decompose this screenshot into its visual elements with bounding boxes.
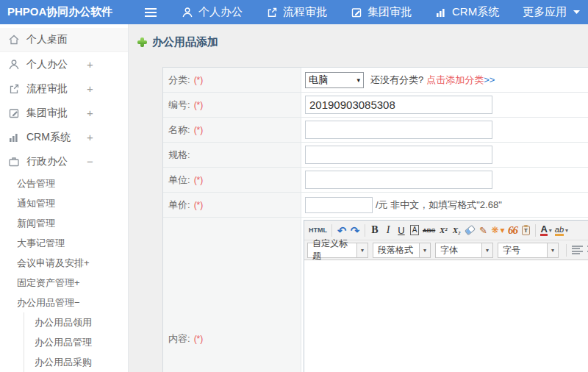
dropdown-caret-icon: ▾ <box>500 225 504 235</box>
sidebar-item-admin-office[interactable]: 行政办公 − <box>0 149 128 174</box>
highlight-color-icon[interactable]: ab▾ <box>553 223 570 237</box>
spec-input[interactable] <box>305 146 492 164</box>
select-caret-icon: ▾ <box>547 243 558 257</box>
sidebar-item-personal-desktop[interactable]: 个人桌面 <box>0 28 128 52</box>
sidebar-item-label: 公告管理 <box>17 177 55 190</box>
sidebar-item-meeting-request[interactable]: 会议申请及安排+ <box>0 253 128 273</box>
sidebar-item-label: 办公用品管理 <box>35 336 92 349</box>
select-caret-icon: ▾ <box>481 243 492 257</box>
add-icon <box>137 37 147 47</box>
dropdown-caret-icon: ▾ <box>549 227 552 234</box>
sidebar-item-label: CRM系统 <box>26 131 71 144</box>
sidebar-item-label: 办公用品采购 <box>35 356 92 369</box>
format-painter-icon[interactable]: ❋▾ <box>490 223 506 237</box>
bar-chart-icon <box>435 7 447 18</box>
blockquote-icon[interactable]: 66 <box>506 223 519 237</box>
sidebar-item-announcement-mgmt[interactable]: 公告管理 <box>0 174 128 193</box>
page-title: 办公用品添加 <box>137 35 588 49</box>
required-marker: (*) <box>194 100 204 110</box>
form-row-price: 单价: (*) /元 非中文，如填写格式"2.68" <box>163 193 588 218</box>
sidebar-item-group-approval[interactable]: 集团审批 + <box>0 101 128 125</box>
price-label: 单价: (*) <box>163 193 301 217</box>
name-label: 名称: (*) <box>163 118 301 142</box>
sidebar-item-memorabilia-mgmt[interactable]: 大事记管理 <box>0 233 128 253</box>
bold-icon[interactable]: B <box>368 223 381 237</box>
select-caret-icon: ▾ <box>356 76 360 84</box>
paragraph-format-select[interactable]: 段落格式 ▾ <box>373 243 431 258</box>
expand-icon: + <box>74 277 80 288</box>
edit-icon <box>8 107 20 119</box>
redo-icon[interactable]: ↷ <box>348 223 362 237</box>
bar-chart-icon <box>8 132 20 143</box>
font-size-select[interactable]: 字号 ▾ <box>498 243 559 258</box>
add-category-link[interactable]: 点击添加分类>> <box>426 74 495 87</box>
expand-icon: + <box>87 82 93 95</box>
name-input[interactable] <box>305 121 492 139</box>
category-select[interactable]: 电脑 ▾ <box>305 72 364 88</box>
sidebar-item-supplies-purchase[interactable]: 办公用品采购 <box>24 352 128 372</box>
nav-group-approval[interactable]: 集团审批 <box>351 5 412 19</box>
menu-toggle-icon[interactable] <box>145 8 158 17</box>
editor-content-area[interactable] <box>304 260 588 372</box>
undo-icon[interactable]: ↶ <box>335 223 348 237</box>
nav-crm[interactable]: CRM系统 <box>435 5 499 19</box>
sidebar-item-office-supplies-mgmt[interactable]: 办公用品管理 − <box>0 293 128 312</box>
no-category-hint: 还没有分类? <box>370 74 423 87</box>
sidebar-item-supplies-manage[interactable]: 办公用品管理 <box>24 332 128 352</box>
form-row-unit: 单位: (*) <box>163 168 588 193</box>
flow-export-icon <box>266 7 278 18</box>
sidebar-item-workflow-approval[interactable]: 流程审批 + <box>0 76 128 101</box>
nav-label: 更多应用 <box>523 5 567 19</box>
link-arrows: >> <box>484 74 495 85</box>
sidebar-item-label: 流程审批 <box>26 82 68 96</box>
sidebar-item-label: 集团审批 <box>26 107 68 120</box>
italic-icon[interactable]: I <box>381 223 395 237</box>
subscript-icon[interactable]: X₂ <box>450 223 463 237</box>
underline-icon[interactable]: U <box>395 223 408 237</box>
office-supplies-submenu: 办公用品领用 办公用品管理 办公用品采购 <box>24 312 128 372</box>
collapse-icon: − <box>87 155 93 168</box>
price-input[interactable] <box>305 197 373 213</box>
sidebar-item-label: 个人桌面 <box>26 33 68 46</box>
strikethrough-icon[interactable]: ABC <box>421 223 437 237</box>
sidebar-item-notice-mgmt[interactable]: 通知管理 <box>0 193 128 213</box>
code-input[interactable] <box>305 96 492 114</box>
sidebar-item-label: 个人办公 <box>26 58 68 71</box>
sidebar-item-fixed-assets-mgmt[interactable]: 固定资产管理 + <box>0 273 128 293</box>
top-navigation: 个人办公 流程审批 集团审批 CRM系统 更多应用 <box>158 5 585 19</box>
nav-personal-office[interactable]: 个人办公 <box>182 5 243 19</box>
main-content: 办公用品添加 分类: (*) 电脑 ▾ 还没有分类? 点击添加 <box>129 24 588 372</box>
font-style-icon[interactable]: A <box>408 223 421 237</box>
sidebar-item-crm[interactable]: CRM系统 + <box>0 125 128 149</box>
unit-input[interactable] <box>305 171 492 189</box>
clean-format-icon[interactable]: ✎ <box>476 223 490 237</box>
user-icon <box>8 59 20 71</box>
paste-text-icon[interactable]: T <box>519 223 532 237</box>
sidebar-item-label: 固定资产管理 <box>17 276 74 290</box>
nav-label: 集团审批 <box>368 5 412 19</box>
sidebar-item-personal-office[interactable]: 个人办公 + <box>0 52 128 76</box>
category-label: 分类: (*) <box>163 68 301 92</box>
nav-more-apps[interactable]: 更多应用 <box>523 5 585 19</box>
eraser-icon[interactable] <box>463 223 476 237</box>
sidebar-item-label: 行政办公 <box>26 155 68 168</box>
nav-workflow-approval[interactable]: 流程审批 <box>266 5 327 19</box>
sidebar-item-label: 办公用品领用 <box>35 316 92 329</box>
sidebar-item-news-mgmt[interactable]: 新闻管理 <box>0 213 128 233</box>
font-family-select[interactable]: 字体 ▾ <box>435 243 493 258</box>
sidebar-item-supplies-receive[interactable]: 办公用品领用 <box>24 312 128 332</box>
flow-export-icon <box>8 83 20 95</box>
source-code-button[interactable]: HTML <box>307 223 329 237</box>
top-bar: PHPOA协同办公软件 个人办公 流程审批 集团审批 <box>0 0 588 24</box>
select-caret-icon: ▾ <box>419 243 430 257</box>
superscript-icon[interactable]: X² <box>437 223 450 237</box>
category-selected-value: 电脑 <box>309 74 328 87</box>
font-color-icon[interactable]: A▾ <box>539 223 553 237</box>
expand-icon: + <box>87 107 93 119</box>
sidebar-item-label: 通知管理 <box>17 197 55 210</box>
dropdown-caret-icon: ▾ <box>565 227 568 234</box>
required-marker: (*) <box>194 175 204 185</box>
align-left-icon[interactable] <box>572 246 583 254</box>
custom-heading-select[interactable]: 自定义标题 ▾ <box>307 243 368 258</box>
unit-label: 单位: (*) <box>163 168 301 192</box>
